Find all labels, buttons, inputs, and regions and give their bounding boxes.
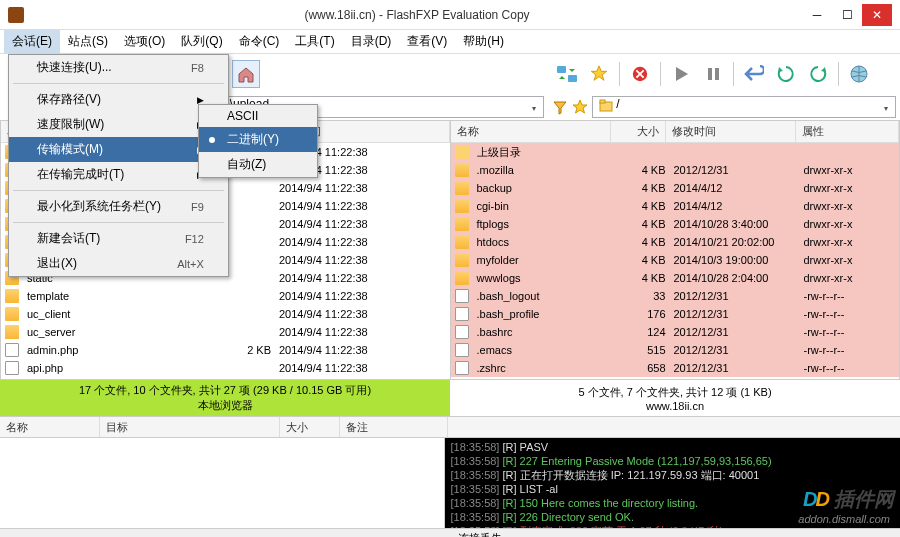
remote-status: 5 个文件, 7 个文件夹, 共计 12 项 (1 KB) www.18ii.c… [450,380,900,416]
dropdown-arrow-icon[interactable]: ▾ [527,99,541,117]
file-row[interactable]: api.php2014/9/4 11:22:38 [1,359,450,377]
local-status-line1: 17 个文件, 10 个文件夹, 共计 27 项 (29 KB / 10.15 … [79,383,371,398]
up-dir-row[interactable]: 上级目录 [451,143,900,161]
col-attr[interactable]: 属性 [796,121,900,142]
local-status: 17 个文件, 10 个文件夹, 共计 27 项 (29 KB / 10.15 … [0,380,450,416]
file-row[interactable]: uc_server2014/9/4 11:22:38 [1,323,450,341]
file-row[interactable]: .mozilla4 KB2012/12/31drwxr-xr-x [451,161,900,179]
submenu-item[interactable]: 二进制(Y) [199,127,317,152]
play-icon[interactable] [667,60,695,88]
minimize-button[interactable]: ─ [802,4,832,26]
col-target[interactable]: 目标 [100,417,280,437]
remote-status-line1: 5 个文件, 7 个文件夹, 共计 12 项 (1 KB) [578,385,771,400]
reload-right-icon[interactable] [804,60,832,88]
submenu-item[interactable]: 自动(Z) [199,152,317,177]
menu-item[interactable]: 快速连接(U)...F8 [9,55,228,80]
log-line: [18:35:58] [R] PASV [451,440,895,454]
session-menu[interactable]: 快速连接(U)...F8保存路径(V)▶速度限制(W)▶传输模式(M)▶在传输完… [8,54,229,277]
svg-rect-4 [715,68,719,80]
file-row[interactable]: .bash_profile1762012/12/31-rw-r--r-- [451,305,900,323]
file-row[interactable]: admin.php2 KB2014/9/4 11:22:38 [1,341,450,359]
status-left [0,529,450,537]
file-row[interactable]: .emacs5152012/12/31-rw-r--r-- [451,341,900,359]
folder-icon [455,199,469,213]
col-remark[interactable]: 备注 [340,417,448,437]
file-icon [5,361,19,375]
menu-item[interactable]: 新建会话(T)F12 [9,226,228,251]
menu-0[interactable]: 会话(E) [4,30,60,53]
queue-list[interactable] [0,438,445,528]
local-remote-icon[interactable] [553,60,581,88]
log-line: [18:35:58] [R] LIST -al [451,482,895,496]
file-row[interactable]: cgi-bin4 KB2014/4/12drwxr-xr-x [451,197,900,215]
svg-rect-1 [568,75,577,82]
file-row[interactable]: uc_client2014/9/4 11:22:38 [1,305,450,323]
window-controls: ─ ☐ ✕ [802,4,892,26]
titlebar: (www.18ii.cn) - FlashFXP Evaluation Copy… [0,0,900,30]
home-icon[interactable] [232,60,260,88]
menu-1[interactable]: 站点(S) [60,30,116,53]
remote-file-list[interactable]: 上级目录.mozilla4 KB2012/12/31drwxr-xr-xback… [451,143,900,379]
status-right: 连接丢失 [450,529,900,537]
submenu-item[interactable]: ASCII [199,105,317,127]
back-icon[interactable] [740,60,768,88]
menu-item[interactable]: 在传输完成时(T)▶ [9,162,228,187]
bookmark-icon[interactable] [572,99,588,115]
remote-pane: 名称 大小 修改时间 属性 上级目录.mozilla4 KB2012/12/31… [450,120,901,380]
folder-icon [455,253,469,267]
folder-icon [455,217,469,231]
file-row[interactable]: template2014/9/4 11:22:38 [1,287,450,305]
maximize-button[interactable]: ☐ [832,4,862,26]
queue-headers: 名称 目标 大小 备注 [0,416,900,438]
menu-item[interactable]: 最小化到系统任务栏(Y)F9 [9,194,228,219]
menu-8[interactable]: 帮助(H) [455,30,512,53]
remote-status-line2: www.18ii.cn [646,400,704,412]
file-icon [5,343,19,357]
close-button[interactable]: ✕ [862,4,892,26]
menu-item[interactable]: 传输模式(M)▶ [9,137,228,162]
favorite-icon[interactable] [585,60,613,88]
file-row[interactable]: htdocs4 KB2014/10/21 20:02:00drwxr-xr-x [451,233,900,251]
col-size[interactable]: 大小 [611,121,666,142]
file-row[interactable]: .zshrc6582012/12/31-rw-r--r-- [451,359,900,377]
globe-icon[interactable] [845,60,873,88]
window-title: (www.18ii.cn) - FlashFXP Evaluation Copy [32,8,802,22]
log-line: [18:35:58] [R] 列表完成: 880 字节 于 1.07 秒 (0.… [451,524,895,528]
file-row[interactable]: backup4 KB2014/4/12drwxr-xr-x [451,179,900,197]
svg-rect-0 [557,66,566,73]
cancel-icon[interactable] [626,60,654,88]
path-right-container: / ▾ [548,94,900,120]
log-panel[interactable]: [18:35:58] [R] PASV[18:35:58] [R] 227 En… [445,438,901,528]
transfer-mode-submenu[interactable]: ASCII二进制(Y)自动(Z) [198,104,318,178]
svg-rect-3 [708,68,712,80]
menu-2[interactable]: 选项(O) [116,30,173,53]
menu-6[interactable]: 目录(D) [343,30,400,53]
file-row[interactable]: connect.php9222014/9/4 11:22:38 [1,377,450,379]
status-strips: 17 个文件, 10 个文件夹, 共计 27 项 (29 KB / 10.15 … [0,380,900,416]
pause-icon[interactable] [699,60,727,88]
file-row[interactable]: .bashrc1242012/12/31-rw-r--r-- [451,323,900,341]
log-line: [18:35:58] [R] 226 Directory send OK. [451,510,895,524]
menu-3[interactable]: 队列(Q) [173,30,230,53]
menu-item[interactable]: 速度限制(W)▶ [9,112,228,137]
col-name[interactable]: 名称 [451,121,611,142]
file-row[interactable]: ftplogs4 KB2014/10/28 3:40:00drwxr-xr-x [451,215,900,233]
menu-item[interactable]: 退出(X)Alt+X [9,251,228,276]
filter-icon[interactable] [552,99,568,115]
local-status-line2: 本地浏览器 [198,398,253,413]
col-date[interactable]: 修改时间 [666,121,796,142]
path-right-input[interactable]: / ▾ [592,96,896,118]
file-icon [455,361,469,375]
menu-5[interactable]: 工具(T) [287,30,342,53]
file-row[interactable]: myfolder4 KB2014/10/3 19:00:00drwxr-xr-x [451,251,900,269]
dropdown-arrow-icon[interactable]: ▾ [879,99,893,117]
file-row[interactable]: .bash_logout332012/12/31-rw-r--r-- [451,287,900,305]
menu-4[interactable]: 命令(C) [231,30,288,53]
menu-7[interactable]: 查看(V) [399,30,455,53]
file-row[interactable]: wwwlogs4 KB2014/10/28 2:04:00drwxr-xr-x [451,269,900,287]
col-size[interactable]: 大小 [280,417,340,437]
menu-item[interactable]: 保存路径(V)▶ [9,87,228,112]
col-name[interactable]: 名称 [0,417,100,437]
reload-left-icon[interactable] [772,60,800,88]
folder-icon [5,289,19,303]
